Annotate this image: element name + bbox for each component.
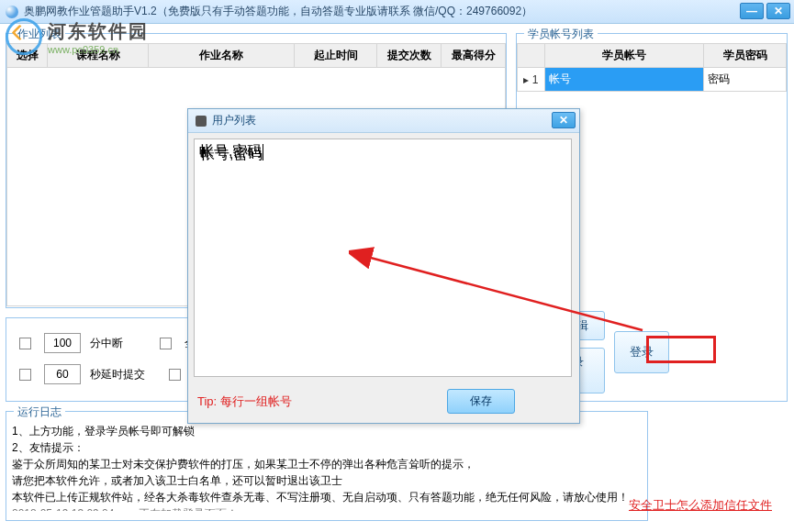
app-icon: [6, 6, 18, 18]
checkbox-remain[interactable]: [169, 369, 181, 381]
table-row[interactable]: ▸ 1 帐号 密码: [518, 68, 787, 92]
cell-password: 密码: [704, 68, 787, 92]
accounts-table: 学员帐号 学员密码 ▸ 1 帐号 密码: [517, 43, 787, 92]
col-submit: 提交次数: [377, 44, 442, 68]
checkbox-delay[interactable]: [19, 369, 31, 381]
delay-input[interactable]: 60: [44, 364, 81, 384]
break-input[interactable]: 100: [44, 333, 81, 353]
col-account: 学员帐号: [545, 44, 704, 68]
col-name: 作业名称: [149, 44, 295, 68]
trust-link[interactable]: 安全卫士怎么添加信任文件: [629, 497, 772, 514]
dialog-icon: [196, 116, 207, 127]
log-body: 1、上方功能，登录学员帐号即可解锁 2、友情提示： 鉴于众所周知的某卫士对未交保…: [12, 423, 642, 511]
col-blank: [518, 44, 545, 68]
log-line: 1、上方功能，登录学员帐号即可解锁: [12, 423, 642, 439]
user-list-dialog: 用户列表 ✕ 帐号,密码 Tip: 每行一组帐号 保存: [187, 108, 580, 424]
log-group: 运行日志 1、上方功能，登录学员帐号即可解锁 2、友情提示： 鉴于众所周知的某卫…: [6, 411, 648, 521]
watermark: 河东软件园 www.pc0359.cn: [6, 18, 149, 55]
checkbox-break[interactable]: [19, 338, 31, 349]
watermark-logo-icon: [6, 18, 42, 55]
accounts-textarea[interactable]: [194, 139, 572, 377]
window-title: 奥鹏网教作业管题助手V1.2（免费版只有手动答题功能，自动答题专业版请联系 微信…: [24, 4, 532, 19]
watermark-url: www.pc0359.cn: [48, 44, 149, 55]
cell-account: 帐号: [545, 68, 704, 92]
minimize-button[interactable]: —: [740, 3, 764, 19]
watermark-name: 河东软件园: [48, 19, 149, 44]
label-break: 分中断: [90, 336, 123, 351]
col-password: 学员密码: [704, 44, 787, 68]
log-line: 请您把本软件允许，或者加入该卫士白名单，还可以暂时退出该卫士: [12, 472, 642, 489]
dialog-titlebar: 用户列表 ✕: [188, 109, 579, 133]
dialog-tip: Tip: 每行一组帐号: [197, 393, 292, 410]
label-delay: 秒延时提交: [90, 367, 145, 382]
log-line: 2、友情提示：: [12, 439, 642, 456]
dialog-title: 用户列表: [212, 113, 256, 128]
log-line: 本软件已上传正规软件站，经各大杀毒软件查杀无毒、不写注册项、无自启动项、只有答题…: [12, 489, 642, 505]
row-indicator-icon: ▸ 1: [518, 68, 545, 92]
log-line: 2018-05-19 13:09:04 正在加载登录页面！: [12, 505, 642, 511]
log-line: 鉴于众所周知的某卫士对未交保护费软件的打压，如果某卫士不停的弹出各种危言耸听的提…: [12, 456, 642, 472]
close-button[interactable]: ✕: [766, 3, 790, 19]
window-controls: — ✕: [740, 3, 790, 19]
col-time: 起止时间: [295, 44, 377, 68]
col-score: 最高得分: [442, 44, 506, 68]
checkbox-selectall[interactable]: [160, 338, 172, 349]
log-group-title: 运行日志: [14, 405, 65, 420]
save-button[interactable]: 保存: [447, 389, 515, 414]
accounts-group-title: 学员帐号列表: [524, 27, 598, 42]
dialog-close-button[interactable]: ✕: [552, 112, 576, 128]
highlight-box: [646, 336, 716, 363]
